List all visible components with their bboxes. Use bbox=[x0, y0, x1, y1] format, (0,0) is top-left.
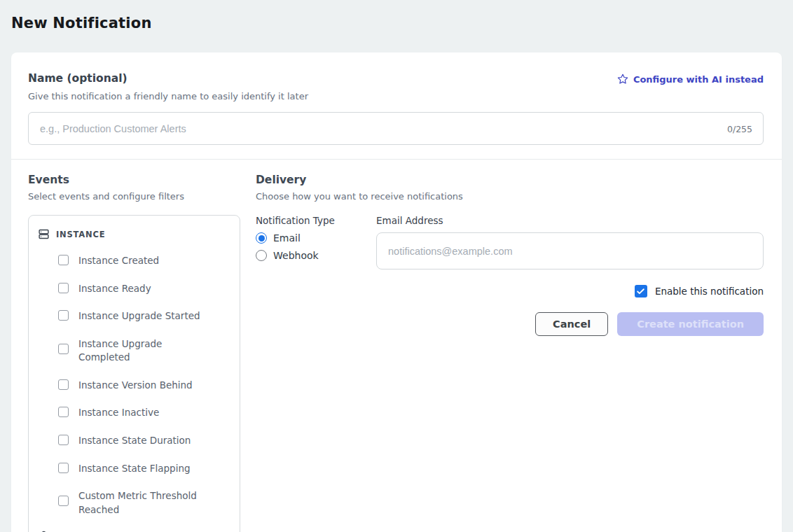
star-icon bbox=[617, 74, 628, 85]
name-label: Name (optional) bbox=[28, 72, 127, 85]
delivery-section: Delivery Choose how you want to receive … bbox=[256, 174, 764, 532]
event-item-instance-state-flapping: Instance State Flapping bbox=[29, 455, 240, 483]
event-item-custom-metric-threshold: Custom Metric Threshold Reached bbox=[29, 482, 240, 524]
configure-with-ai-label: Configure with AI instead bbox=[633, 74, 764, 85]
radio-webhook-label: Webhook bbox=[273, 250, 319, 261]
event-item-instance-created: Instance Created bbox=[29, 247, 240, 275]
event-checkbox[interactable] bbox=[58, 344, 69, 354]
event-checkbox[interactable] bbox=[58, 435, 69, 445]
name-section: Name (optional) Configure with AI instea… bbox=[11, 52, 782, 159]
event-checkbox[interactable] bbox=[58, 283, 69, 293]
configure-with-ai-link[interactable]: Configure with AI instead bbox=[617, 74, 764, 85]
event-checkbox[interactable] bbox=[58, 407, 69, 417]
event-checkbox[interactable] bbox=[58, 496, 69, 506]
events-title: Events bbox=[28, 174, 240, 186]
event-item-label: Custom Metric Threshold Reached bbox=[78, 489, 210, 517]
event-item-label: Instance State Duration bbox=[78, 434, 191, 448]
events-subtitle: Select events and configure filters bbox=[28, 191, 240, 202]
event-item-label: Instance Version Behind bbox=[78, 379, 193, 393]
enable-notification-label: Enable this notification bbox=[655, 286, 764, 297]
cancel-button[interactable]: Cancel bbox=[535, 312, 608, 336]
event-checkbox[interactable] bbox=[58, 310, 69, 321]
enable-notification-checkbox[interactable] bbox=[635, 285, 647, 298]
event-item-label: Instance Created bbox=[78, 254, 159, 268]
radio-option-webhook[interactable]: Webhook bbox=[256, 250, 376, 261]
event-item-instance-inactive: Instance Inactive bbox=[29, 399, 240, 427]
radio-webhook-icon[interactable] bbox=[256, 250, 267, 261]
email-address-input[interactable] bbox=[376, 232, 764, 270]
server-icon bbox=[38, 228, 50, 240]
event-item-instance-upgrade-completed: Instance Upgrade Completed bbox=[29, 330, 240, 372]
delivery-subtitle: Choose how you want to receive notificat… bbox=[256, 191, 764, 202]
email-address-label: Email Address bbox=[376, 215, 764, 226]
new-notification-card: Name (optional) Configure with AI instea… bbox=[11, 52, 782, 532]
char-counter: 0/255 bbox=[727, 123, 752, 134]
delivery-title: Delivery bbox=[256, 174, 764, 186]
create-notification-button[interactable]: Create notification bbox=[617, 312, 764, 336]
event-checkbox[interactable] bbox=[58, 463, 69, 473]
name-description: Give this notification a friendly name t… bbox=[28, 91, 764, 102]
enable-notification-row: Enable this notification bbox=[256, 285, 764, 298]
event-checkbox[interactable] bbox=[58, 379, 69, 390]
event-item-instance-state-duration: Instance State Duration bbox=[29, 427, 240, 455]
event-item-label: Instance Inactive bbox=[78, 406, 159, 420]
event-group-instance: INSTANCE bbox=[29, 221, 240, 247]
event-item-instance-upgrade-started: Instance Upgrade Started bbox=[29, 302, 240, 330]
event-item-label: Instance Upgrade Started bbox=[78, 309, 200, 323]
radio-option-email[interactable]: Email bbox=[256, 232, 376, 244]
events-panel: INSTANCE Instance Created Instance Ready… bbox=[28, 215, 240, 532]
event-item-label: Instance Upgrade Completed bbox=[78, 337, 210, 365]
event-item-label: Instance State Flapping bbox=[78, 462, 191, 476]
event-item-instance-ready: Instance Ready bbox=[29, 275, 240, 303]
events-section: Events Select events and configure filte… bbox=[28, 174, 240, 532]
notification-type-label: Notification Type bbox=[256, 215, 376, 226]
event-group-release: RELEASE bbox=[29, 524, 240, 532]
page-title: New Notification bbox=[0, 0, 793, 31]
event-item-instance-version-behind: Instance Version Behind bbox=[29, 372, 240, 400]
name-input[interactable] bbox=[28, 112, 764, 145]
radio-email-icon[interactable] bbox=[256, 232, 267, 244]
event-group-label: INSTANCE bbox=[56, 230, 105, 239]
radio-email-label: Email bbox=[273, 232, 301, 244]
event-checkbox[interactable] bbox=[58, 255, 69, 265]
event-item-label: Instance Ready bbox=[78, 282, 151, 296]
